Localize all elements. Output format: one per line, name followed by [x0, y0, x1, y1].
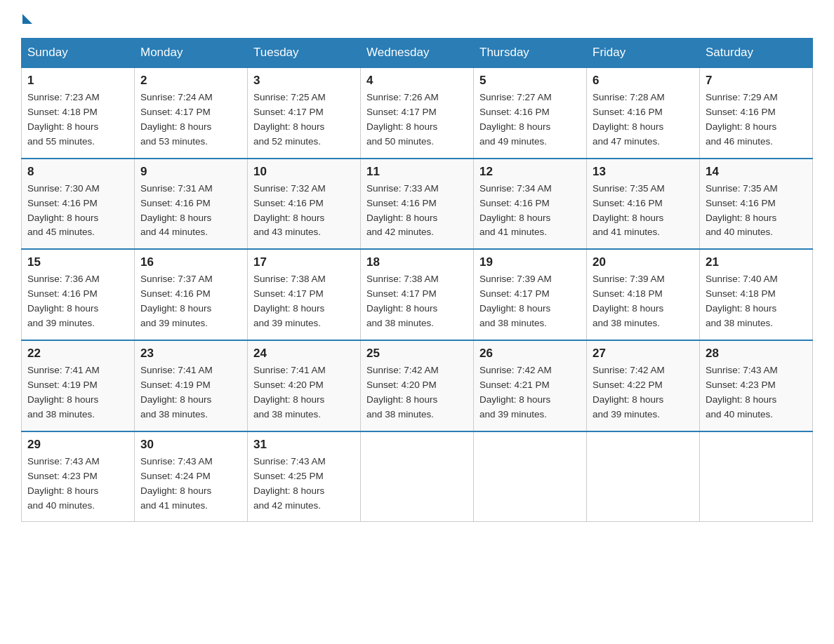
day-info: Sunrise: 7:43 AMSunset: 4:23 PMDaylight:…	[706, 363, 807, 422]
col-saturday: Saturday	[700, 39, 813, 68]
day-number: 31	[253, 438, 355, 452]
logo-triangle-icon	[22, 14, 32, 24]
calendar-table: Sunday Monday Tuesday Wednesday Thursday…	[21, 38, 813, 522]
day-info: Sunrise: 7:41 AMSunset: 4:19 PMDaylight:…	[27, 363, 128, 422]
page-header	[21, 14, 813, 24]
day-info: Sunrise: 7:30 AMSunset: 4:16 PMDaylight:…	[27, 182, 128, 241]
calendar-cell: 9Sunrise: 7:31 AMSunset: 4:16 PMDaylight…	[135, 159, 248, 250]
day-number: 13	[593, 165, 694, 179]
calendar-cell: 19Sunrise: 7:39 AMSunset: 4:17 PMDayligh…	[474, 249, 587, 340]
week-row-2: 8Sunrise: 7:30 AMSunset: 4:16 PMDaylight…	[22, 159, 813, 250]
day-info: Sunrise: 7:31 AMSunset: 4:16 PMDaylight:…	[140, 182, 241, 241]
day-number: 9	[140, 165, 241, 179]
day-info: Sunrise: 7:43 AMSunset: 4:23 PMDaylight:…	[27, 455, 128, 514]
day-info: Sunrise: 7:42 AMSunset: 4:20 PMDaylight:…	[366, 363, 468, 422]
day-number: 19	[479, 255, 581, 269]
day-number: 23	[140, 347, 241, 361]
calendar-cell: 28Sunrise: 7:43 AMSunset: 4:23 PMDayligh…	[700, 340, 813, 431]
calendar-cell: 4Sunrise: 7:26 AMSunset: 4:17 PMDaylight…	[361, 67, 474, 159]
calendar-cell	[587, 431, 700, 522]
week-row-3: 15Sunrise: 7:36 AMSunset: 4:16 PMDayligh…	[22, 249, 813, 340]
day-number: 10	[253, 165, 355, 179]
week-row-1: 1Sunrise: 7:23 AMSunset: 4:18 PMDaylight…	[22, 67, 813, 159]
day-info: Sunrise: 7:41 AMSunset: 4:19 PMDaylight:…	[140, 363, 241, 422]
day-info: Sunrise: 7:32 AMSunset: 4:16 PMDaylight:…	[253, 182, 355, 241]
calendar-cell	[361, 431, 474, 522]
calendar-cell: 3Sunrise: 7:25 AMSunset: 4:17 PMDaylight…	[248, 67, 361, 159]
day-info: Sunrise: 7:39 AMSunset: 4:18 PMDaylight:…	[593, 272, 694, 331]
calendar-cell: 30Sunrise: 7:43 AMSunset: 4:24 PMDayligh…	[135, 431, 248, 522]
week-row-5: 29Sunrise: 7:43 AMSunset: 4:23 PMDayligh…	[22, 431, 813, 522]
calendar-cell: 21Sunrise: 7:40 AMSunset: 4:18 PMDayligh…	[700, 249, 813, 340]
col-wednesday: Wednesday	[361, 39, 474, 68]
logo	[21, 14, 34, 24]
day-number: 8	[27, 165, 128, 179]
calendar-cell: 24Sunrise: 7:41 AMSunset: 4:20 PMDayligh…	[248, 340, 361, 431]
day-number: 18	[366, 255, 468, 269]
calendar-cell: 17Sunrise: 7:38 AMSunset: 4:17 PMDayligh…	[248, 249, 361, 340]
calendar-cell: 25Sunrise: 7:42 AMSunset: 4:20 PMDayligh…	[361, 340, 474, 431]
day-info: Sunrise: 7:33 AMSunset: 4:16 PMDaylight:…	[366, 182, 468, 241]
day-info: Sunrise: 7:43 AMSunset: 4:24 PMDaylight:…	[140, 455, 241, 514]
calendar-cell: 15Sunrise: 7:36 AMSunset: 4:16 PMDayligh…	[22, 249, 135, 340]
col-thursday: Thursday	[474, 39, 587, 68]
calendar-cell: 22Sunrise: 7:41 AMSunset: 4:19 PMDayligh…	[22, 340, 135, 431]
day-number: 16	[140, 255, 241, 269]
calendar-cell: 20Sunrise: 7:39 AMSunset: 4:18 PMDayligh…	[587, 249, 700, 340]
day-info: Sunrise: 7:27 AMSunset: 4:16 PMDaylight:…	[479, 90, 581, 149]
day-info: Sunrise: 7:35 AMSunset: 4:16 PMDaylight:…	[593, 182, 694, 241]
day-number: 27	[593, 347, 694, 361]
day-info: Sunrise: 7:42 AMSunset: 4:21 PMDaylight:…	[479, 363, 581, 422]
day-number: 7	[706, 74, 807, 88]
calendar-cell: 26Sunrise: 7:42 AMSunset: 4:21 PMDayligh…	[474, 340, 587, 431]
day-info: Sunrise: 7:23 AMSunset: 4:18 PMDaylight:…	[27, 90, 128, 149]
week-row-4: 22Sunrise: 7:41 AMSunset: 4:19 PMDayligh…	[22, 340, 813, 431]
day-number: 14	[706, 165, 807, 179]
col-friday: Friday	[587, 39, 700, 68]
day-info: Sunrise: 7:38 AMSunset: 4:17 PMDaylight:…	[253, 272, 355, 331]
calendar-cell: 31Sunrise: 7:43 AMSunset: 4:25 PMDayligh…	[248, 431, 361, 522]
day-number: 29	[27, 438, 128, 452]
day-number: 6	[593, 74, 694, 88]
day-info: Sunrise: 7:39 AMSunset: 4:17 PMDaylight:…	[479, 272, 581, 331]
day-number: 1	[27, 74, 128, 88]
calendar-cell: 11Sunrise: 7:33 AMSunset: 4:16 PMDayligh…	[361, 159, 474, 250]
day-info: Sunrise: 7:36 AMSunset: 4:16 PMDaylight:…	[27, 272, 128, 331]
day-number: 11	[366, 165, 468, 179]
calendar-cell: 10Sunrise: 7:32 AMSunset: 4:16 PMDayligh…	[248, 159, 361, 250]
calendar-cell: 23Sunrise: 7:41 AMSunset: 4:19 PMDayligh…	[135, 340, 248, 431]
calendar-cell: 7Sunrise: 7:29 AMSunset: 4:16 PMDaylight…	[700, 67, 813, 159]
day-info: Sunrise: 7:42 AMSunset: 4:22 PMDaylight:…	[593, 363, 694, 422]
calendar-cell: 5Sunrise: 7:27 AMSunset: 4:16 PMDaylight…	[474, 67, 587, 159]
day-number: 24	[253, 347, 355, 361]
day-number: 25	[366, 347, 468, 361]
day-info: Sunrise: 7:41 AMSunset: 4:20 PMDaylight:…	[253, 363, 355, 422]
day-info: Sunrise: 7:29 AMSunset: 4:16 PMDaylight:…	[706, 90, 807, 149]
calendar-cell: 2Sunrise: 7:24 AMSunset: 4:17 PMDaylight…	[135, 67, 248, 159]
day-info: Sunrise: 7:24 AMSunset: 4:17 PMDaylight:…	[140, 90, 241, 149]
day-number: 21	[706, 255, 807, 269]
day-info: Sunrise: 7:26 AMSunset: 4:17 PMDaylight:…	[366, 90, 468, 149]
day-number: 5	[479, 74, 581, 88]
col-tuesday: Tuesday	[248, 39, 361, 68]
calendar-cell	[700, 431, 813, 522]
day-number: 26	[479, 347, 581, 361]
calendar-cell: 12Sunrise: 7:34 AMSunset: 4:16 PMDayligh…	[474, 159, 587, 250]
header-row: Sunday Monday Tuesday Wednesday Thursday…	[22, 39, 813, 68]
day-number: 3	[253, 74, 355, 88]
day-info: Sunrise: 7:38 AMSunset: 4:17 PMDaylight:…	[366, 272, 468, 331]
col-monday: Monday	[135, 39, 248, 68]
day-number: 4	[366, 74, 468, 88]
calendar-cell: 18Sunrise: 7:38 AMSunset: 4:17 PMDayligh…	[361, 249, 474, 340]
day-info: Sunrise: 7:35 AMSunset: 4:16 PMDaylight:…	[706, 182, 807, 241]
calendar-cell	[474, 431, 587, 522]
col-sunday: Sunday	[22, 39, 135, 68]
calendar-cell: 16Sunrise: 7:37 AMSunset: 4:16 PMDayligh…	[135, 249, 248, 340]
calendar-cell: 13Sunrise: 7:35 AMSunset: 4:16 PMDayligh…	[587, 159, 700, 250]
day-info: Sunrise: 7:28 AMSunset: 4:16 PMDaylight:…	[593, 90, 694, 149]
day-number: 12	[479, 165, 581, 179]
calendar-cell: 6Sunrise: 7:28 AMSunset: 4:16 PMDaylight…	[587, 67, 700, 159]
day-info: Sunrise: 7:34 AMSunset: 4:16 PMDaylight:…	[479, 182, 581, 241]
day-info: Sunrise: 7:25 AMSunset: 4:17 PMDaylight:…	[253, 90, 355, 149]
day-number: 2	[140, 74, 241, 88]
